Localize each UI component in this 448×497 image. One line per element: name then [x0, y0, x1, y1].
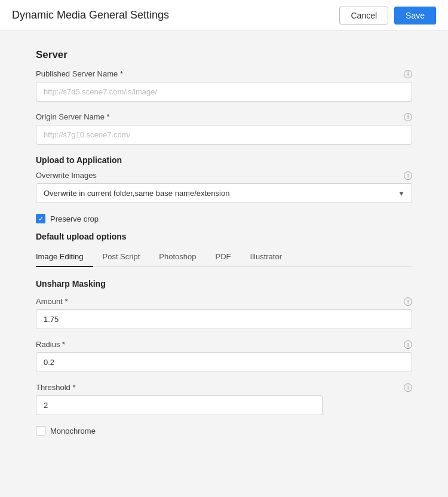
published-server-name-field: Published Server Name * i [36, 69, 412, 102]
threshold-field: Threshold * i [36, 383, 412, 415]
unsharp-masking-title: Unsharp Masking [36, 279, 412, 289]
upload-to-application-section: Upload to Application Overwrite Images i… [36, 155, 412, 223]
tabs-bar: Image Editing Post Script Photoshop PDF … [36, 247, 412, 267]
amount-input[interactable] [36, 309, 412, 329]
preserve-crop-checkbox[interactable]: ✓ [36, 214, 45, 223]
tab-photoshop[interactable]: Photoshop [149, 247, 205, 267]
published-server-name-info-icon[interactable]: i [404, 70, 412, 78]
tab-pdf[interactable]: PDF [206, 247, 241, 267]
overwrite-images-select[interactable]: Overwrite in current folder,same base na… [36, 183, 412, 203]
monochrome-row: Monochrome [36, 426, 412, 435]
server-section: Server Published Server Name * i Origin … [36, 49, 412, 145]
server-section-title: Server [36, 49, 412, 61]
checkmark-icon: ✓ [38, 216, 44, 222]
upload-section-title: Upload to Application [36, 155, 412, 165]
amount-label: Amount * [36, 297, 67, 306]
tab-illustrator[interactable]: Illustrator [241, 247, 291, 267]
origin-server-name-input[interactable] [36, 125, 412, 145]
origin-server-name-field: Origin Server Name * i [36, 112, 412, 145]
top-bar-actions: Cancel Save [339, 7, 436, 24]
overwrite-images-select-wrapper: Overwrite in current folder,same base na… [36, 183, 412, 203]
default-upload-options-section: Default upload options Image Editing Pos… [36, 232, 412, 435]
origin-server-name-label: Origin Server Name * [36, 112, 110, 121]
overwrite-images-field: Overwrite Images i Overwrite in current … [36, 171, 412, 203]
radius-field: Radius * i [36, 340, 412, 372]
threshold-info-icon[interactable]: i [404, 384, 412, 392]
threshold-label: Threshold * [36, 383, 75, 392]
amount-info-icon[interactable]: i [404, 297, 412, 306]
origin-server-name-info-icon[interactable]: i [404, 113, 412, 121]
overwrite-images-label: Overwrite Images [36, 171, 97, 180]
published-server-name-label: Published Server Name * [36, 69, 123, 78]
amount-field: Amount * i [36, 297, 412, 329]
main-content: Server Published Server Name * i Origin … [0, 31, 448, 497]
cancel-button[interactable]: Cancel [339, 7, 388, 24]
preserve-crop-label: Preserve crop [50, 214, 99, 223]
top-bar: Dynamic Media General Settings Cancel Sa… [0, 0, 448, 31]
preserve-crop-row: ✓ Preserve crop [36, 214, 412, 223]
monochrome-label: Monochrome [50, 427, 96, 435]
radius-info-icon[interactable]: i [404, 340, 412, 349]
monochrome-checkbox[interactable] [36, 426, 45, 435]
page-title: Dynamic Media General Settings [12, 9, 169, 22]
threshold-input[interactable] [36, 395, 323, 415]
image-editing-content: Unsharp Masking Amount * i Radius * i Th… [36, 279, 412, 435]
radius-label: Radius * [36, 340, 65, 349]
radius-input[interactable] [36, 352, 412, 372]
tab-image-editing[interactable]: Image Editing [36, 247, 93, 267]
default-upload-title: Default upload options [36, 232, 412, 241]
published-server-name-input[interactable] [36, 82, 412, 102]
tab-post-script[interactable]: Post Script [93, 247, 150, 267]
overwrite-images-info-icon[interactable]: i [404, 171, 412, 180]
save-button[interactable]: Save [394, 7, 436, 24]
